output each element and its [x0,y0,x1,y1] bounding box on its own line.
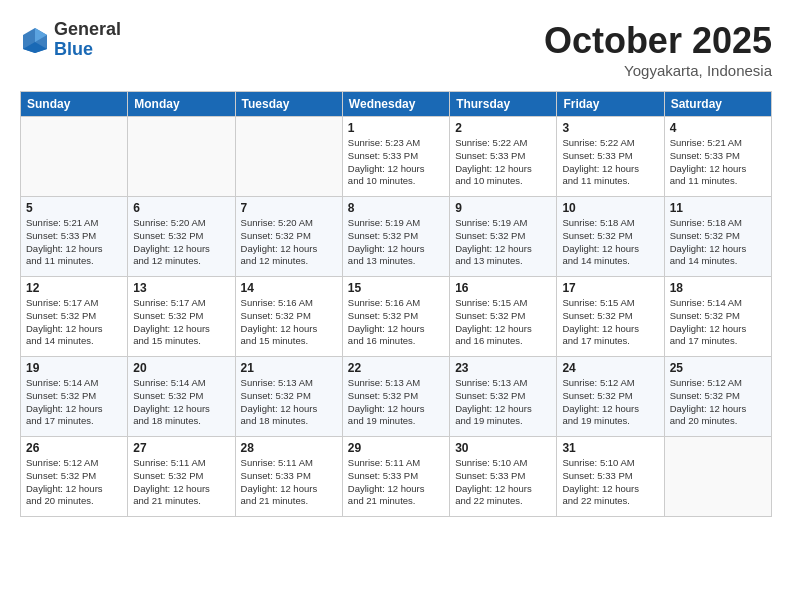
calendar-header: Sunday Monday Tuesday Wednesday Thursday… [21,92,772,117]
day-number: 24 [562,361,658,375]
day-info: Sunrise: 5:13 AMSunset: 5:32 PMDaylight:… [241,377,337,428]
calendar-cell: 21Sunrise: 5:13 AMSunset: 5:32 PMDayligh… [235,357,342,437]
calendar-table: Sunday Monday Tuesday Wednesday Thursday… [20,91,772,517]
calendar-cell: 6Sunrise: 5:20 AMSunset: 5:32 PMDaylight… [128,197,235,277]
day-info: Sunrise: 5:21 AMSunset: 5:33 PMDaylight:… [26,217,122,268]
day-number: 21 [241,361,337,375]
calendar-cell: 2Sunrise: 5:22 AMSunset: 5:33 PMDaylight… [450,117,557,197]
col-sunday: Sunday [21,92,128,117]
day-number: 26 [26,441,122,455]
col-monday: Monday [128,92,235,117]
calendar-cell: 20Sunrise: 5:14 AMSunset: 5:32 PMDayligh… [128,357,235,437]
col-thursday: Thursday [450,92,557,117]
month-title: October 2025 [544,20,772,62]
calendar-cell: 16Sunrise: 5:15 AMSunset: 5:32 PMDayligh… [450,277,557,357]
day-info: Sunrise: 5:12 AMSunset: 5:32 PMDaylight:… [670,377,766,428]
day-number: 12 [26,281,122,295]
day-number: 1 [348,121,444,135]
calendar-cell: 15Sunrise: 5:16 AMSunset: 5:32 PMDayligh… [342,277,449,357]
calendar-cell: 22Sunrise: 5:13 AMSunset: 5:32 PMDayligh… [342,357,449,437]
day-info: Sunrise: 5:12 AMSunset: 5:32 PMDaylight:… [26,457,122,508]
page: General Blue October 2025 Yogyakarta, In… [0,0,792,527]
calendar-cell: 30Sunrise: 5:10 AMSunset: 5:33 PMDayligh… [450,437,557,517]
day-info: Sunrise: 5:15 AMSunset: 5:32 PMDaylight:… [455,297,551,348]
col-friday: Friday [557,92,664,117]
calendar-cell: 27Sunrise: 5:11 AMSunset: 5:32 PMDayligh… [128,437,235,517]
calendar-cell [128,117,235,197]
logo-icon [20,25,50,55]
day-info: Sunrise: 5:14 AMSunset: 5:32 PMDaylight:… [133,377,229,428]
day-number: 29 [348,441,444,455]
calendar-body: 1Sunrise: 5:23 AMSunset: 5:33 PMDaylight… [21,117,772,517]
calendar-cell: 7Sunrise: 5:20 AMSunset: 5:32 PMDaylight… [235,197,342,277]
day-info: Sunrise: 5:17 AMSunset: 5:32 PMDaylight:… [26,297,122,348]
day-info: Sunrise: 5:22 AMSunset: 5:33 PMDaylight:… [455,137,551,188]
day-info: Sunrise: 5:14 AMSunset: 5:32 PMDaylight:… [670,297,766,348]
day-number: 16 [455,281,551,295]
day-number: 11 [670,201,766,215]
calendar-week-1: 1Sunrise: 5:23 AMSunset: 5:33 PMDaylight… [21,117,772,197]
calendar-cell: 10Sunrise: 5:18 AMSunset: 5:32 PMDayligh… [557,197,664,277]
day-info: Sunrise: 5:11 AMSunset: 5:32 PMDaylight:… [133,457,229,508]
day-info: Sunrise: 5:18 AMSunset: 5:32 PMDaylight:… [562,217,658,268]
day-info: Sunrise: 5:15 AMSunset: 5:32 PMDaylight:… [562,297,658,348]
col-wednesday: Wednesday [342,92,449,117]
day-info: Sunrise: 5:22 AMSunset: 5:33 PMDaylight:… [562,137,658,188]
day-info: Sunrise: 5:18 AMSunset: 5:32 PMDaylight:… [670,217,766,268]
calendar-cell: 28Sunrise: 5:11 AMSunset: 5:33 PMDayligh… [235,437,342,517]
calendar-week-2: 5Sunrise: 5:21 AMSunset: 5:33 PMDaylight… [21,197,772,277]
day-info: Sunrise: 5:10 AMSunset: 5:33 PMDaylight:… [562,457,658,508]
title-block: October 2025 Yogyakarta, Indonesia [544,20,772,79]
calendar-cell: 8Sunrise: 5:19 AMSunset: 5:32 PMDaylight… [342,197,449,277]
calendar-cell: 24Sunrise: 5:12 AMSunset: 5:32 PMDayligh… [557,357,664,437]
calendar-cell: 5Sunrise: 5:21 AMSunset: 5:33 PMDaylight… [21,197,128,277]
day-info: Sunrise: 5:11 AMSunset: 5:33 PMDaylight:… [348,457,444,508]
calendar-cell: 18Sunrise: 5:14 AMSunset: 5:32 PMDayligh… [664,277,771,357]
day-info: Sunrise: 5:16 AMSunset: 5:32 PMDaylight:… [348,297,444,348]
location: Yogyakarta, Indonesia [544,62,772,79]
logo-text: General Blue [54,20,121,60]
day-number: 8 [348,201,444,215]
day-number: 13 [133,281,229,295]
logo-general: General [54,20,121,40]
day-number: 10 [562,201,658,215]
calendar-cell: 11Sunrise: 5:18 AMSunset: 5:32 PMDayligh… [664,197,771,277]
day-info: Sunrise: 5:16 AMSunset: 5:32 PMDaylight:… [241,297,337,348]
day-number: 3 [562,121,658,135]
calendar-cell: 31Sunrise: 5:10 AMSunset: 5:33 PMDayligh… [557,437,664,517]
day-info: Sunrise: 5:23 AMSunset: 5:33 PMDaylight:… [348,137,444,188]
day-number: 2 [455,121,551,135]
day-number: 27 [133,441,229,455]
calendar-cell: 12Sunrise: 5:17 AMSunset: 5:32 PMDayligh… [21,277,128,357]
day-number: 14 [241,281,337,295]
day-number: 30 [455,441,551,455]
day-number: 6 [133,201,229,215]
calendar-cell: 29Sunrise: 5:11 AMSunset: 5:33 PMDayligh… [342,437,449,517]
calendar-cell [21,117,128,197]
logo: General Blue [20,20,121,60]
day-number: 22 [348,361,444,375]
day-info: Sunrise: 5:12 AMSunset: 5:32 PMDaylight:… [562,377,658,428]
day-number: 18 [670,281,766,295]
calendar-cell: 19Sunrise: 5:14 AMSunset: 5:32 PMDayligh… [21,357,128,437]
day-number: 25 [670,361,766,375]
calendar-cell: 4Sunrise: 5:21 AMSunset: 5:33 PMDaylight… [664,117,771,197]
day-number: 23 [455,361,551,375]
day-info: Sunrise: 5:20 AMSunset: 5:32 PMDaylight:… [133,217,229,268]
calendar-cell: 23Sunrise: 5:13 AMSunset: 5:32 PMDayligh… [450,357,557,437]
col-saturday: Saturday [664,92,771,117]
day-info: Sunrise: 5:19 AMSunset: 5:32 PMDaylight:… [348,217,444,268]
calendar-cell: 25Sunrise: 5:12 AMSunset: 5:32 PMDayligh… [664,357,771,437]
day-info: Sunrise: 5:11 AMSunset: 5:33 PMDaylight:… [241,457,337,508]
day-info: Sunrise: 5:17 AMSunset: 5:32 PMDaylight:… [133,297,229,348]
day-number: 5 [26,201,122,215]
day-info: Sunrise: 5:14 AMSunset: 5:32 PMDaylight:… [26,377,122,428]
calendar-cell: 14Sunrise: 5:16 AMSunset: 5:32 PMDayligh… [235,277,342,357]
calendar-cell: 1Sunrise: 5:23 AMSunset: 5:33 PMDaylight… [342,117,449,197]
day-number: 20 [133,361,229,375]
header-row: Sunday Monday Tuesday Wednesday Thursday… [21,92,772,117]
day-number: 17 [562,281,658,295]
day-info: Sunrise: 5:13 AMSunset: 5:32 PMDaylight:… [348,377,444,428]
day-info: Sunrise: 5:13 AMSunset: 5:32 PMDaylight:… [455,377,551,428]
calendar-week-3: 12Sunrise: 5:17 AMSunset: 5:32 PMDayligh… [21,277,772,357]
